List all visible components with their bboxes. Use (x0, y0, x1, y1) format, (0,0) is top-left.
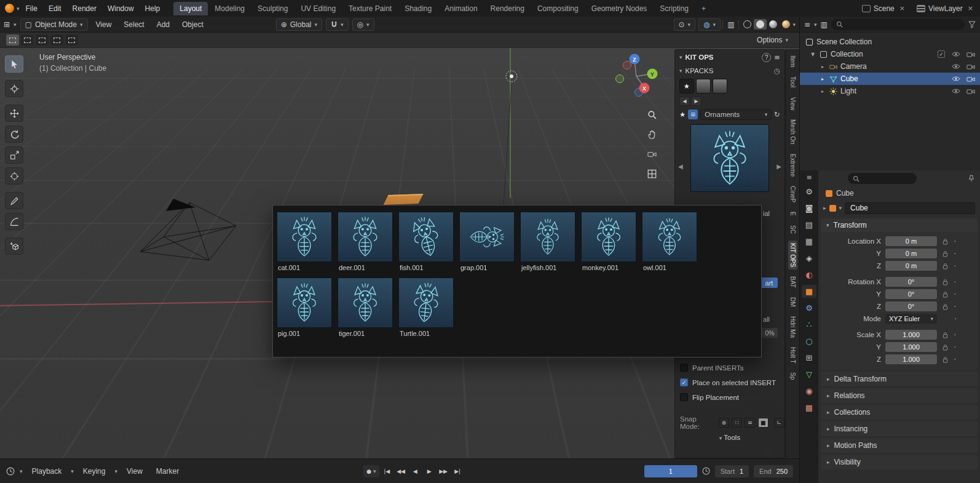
snap-edge-button[interactable]: ≡ (745, 418, 755, 428)
menu-view[interactable]: View (92, 19, 116, 30)
hide-eye-icon[interactable] (952, 51, 960, 57)
menu-add[interactable]: Add (152, 19, 174, 30)
menu-playback[interactable]: Playback (28, 465, 66, 477)
expand-icon[interactable]: ▸ (820, 64, 826, 70)
camera-view-icon[interactable] (644, 146, 659, 161)
snap-none-button[interactable]: ⊗ (719, 418, 729, 428)
auto-keying-button[interactable]: ● ▾ (363, 465, 379, 477)
thumbnail-image[interactable] (581, 212, 636, 262)
insert-thumb-deer[interactable]: deer.001 (338, 212, 393, 271)
timeline-editor-icon[interactable] (6, 467, 15, 476)
lock-icon[interactable] (942, 279, 948, 285)
shading-material-button[interactable] (767, 19, 780, 30)
viewlayer-unlink-icon[interactable]: × (966, 4, 975, 12)
section-collections[interactable]: ▸ Collections (821, 405, 978, 420)
lock-icon[interactable] (942, 303, 948, 310)
insert-thumb-jellyfish[interactable]: jellyfish.001 (520, 212, 575, 271)
shading-solid-button[interactable] (754, 19, 767, 30)
collapse-icon[interactable]: ▾ (679, 54, 682, 60)
favorites-button[interactable]: ★ (679, 79, 694, 94)
section-relations[interactable]: ▸ Relations (821, 388, 978, 403)
insert-thumb-monkey[interactable]: monkey.001 (581, 212, 636, 271)
panel-menu-icon[interactable]: ≡ (774, 53, 780, 62)
animate-dot-icon[interactable]: · (954, 238, 956, 244)
jump-to-end-button[interactable]: ▶| (451, 465, 464, 477)
thumbnail-image[interactable] (277, 212, 332, 262)
option-parent-inserts[interactable]: Parent INSERTs (680, 364, 744, 372)
snap-align-button[interactable]: ∟ (774, 418, 784, 428)
tab-world[interactable]: ◐ (802, 268, 816, 281)
lock-icon[interactable] (942, 291, 948, 298)
expand-icon[interactable]: ▸ (823, 205, 826, 211)
outliner-editor-icon[interactable]: ≡ (804, 20, 810, 29)
animate-dot-icon[interactable]: · (954, 291, 956, 297)
prev-insert-icon[interactable]: ◀ (678, 163, 683, 170)
menu-object[interactable]: Object (178, 19, 208, 30)
sidebar-tab-e[interactable]: E (788, 209, 797, 218)
orthographic-toggle-icon[interactable] (644, 166, 659, 181)
tab-view-layer[interactable]: ▦ (802, 235, 816, 248)
orientation-dropdown[interactable]: ⊕ Global ▾ (276, 18, 322, 31)
insert-preview[interactable] (690, 124, 769, 192)
tool-rotate[interactable] (5, 126, 23, 143)
workspace-tab-rendering[interactable]: Rendering (484, 2, 531, 15)
collapse-icon[interactable]: ▾ (679, 68, 682, 74)
sidebar-tab-mesh-on[interactable]: Mesh On (788, 117, 797, 147)
thumbnail-image[interactable] (642, 212, 697, 262)
thumbnail-image[interactable] (398, 277, 454, 328)
sidebar-tab-view[interactable]: View (788, 95, 797, 113)
jump-to-start-button[interactable]: |◀ (381, 465, 393, 477)
menu-view[interactable]: View (122, 465, 147, 477)
number-field[interactable]: 0 m (885, 249, 937, 258)
insert-thumb-tiger[interactable]: tiger.001 (338, 277, 393, 337)
expand-icon[interactable]: ▸ (820, 76, 826, 82)
animate-dot-icon[interactable]: · (954, 332, 956, 338)
menu-help[interactable]: Help (140, 2, 165, 15)
checkbox-icon[interactable] (680, 364, 688, 372)
sidebar-tab-sc[interactable]: SC (788, 223, 797, 236)
breadcrumb-object[interactable]: Cube (836, 189, 854, 198)
lock-icon[interactable] (942, 238, 948, 245)
menu-file[interactable]: File (21, 2, 42, 15)
workspace-tab-scripting[interactable]: Scripting (654, 2, 695, 15)
menu-keying[interactable]: Keying (79, 465, 110, 477)
disable-render-camera-icon[interactable] (966, 63, 975, 70)
options-button[interactable]: Options ▾ (752, 34, 793, 46)
pan-hand-icon[interactable] (644, 127, 659, 142)
show-gizmos-dropdown[interactable]: ⊙ ▾ (674, 18, 696, 31)
rotation-mode-dropdown[interactable]: XYZ Euler ▾ (885, 314, 937, 324)
star-icon[interactable]: ★ (679, 110, 686, 119)
workspace-tab-compositing[interactable]: Compositing (531, 2, 585, 15)
help-icon[interactable]: ? (762, 53, 771, 62)
outliner-row-light[interactable]: ▸ Light (800, 85, 980, 97)
option-place-on-selected[interactable]: ✓ Place on selected INSERT (680, 378, 776, 386)
outliner-row-scene-collection[interactable]: Scene Collection (800, 36, 980, 48)
workspace-tab-animation[interactable]: Animation (438, 2, 483, 15)
next-insert-icon[interactable]: ▶ (776, 163, 781, 170)
outliner-row-cube[interactable]: ▸ Cube (800, 73, 980, 85)
prev-keyframe-button[interactable]: ◀◀ (395, 465, 408, 477)
workspace-tab-texture-paint[interactable]: Texture Paint (342, 2, 398, 15)
insert-thumb-turtle[interactable]: Turtle.001 (398, 277, 454, 337)
tool-transform[interactable] (5, 167, 23, 185)
hide-eye-icon[interactable] (952, 88, 960, 94)
overlays-dropdown[interactable]: ◍ ▾ (698, 18, 721, 31)
tool-measure[interactable] (5, 213, 23, 230)
animate-dot-icon[interactable]: · (954, 356, 956, 362)
number-field[interactable]: 1.000 (885, 330, 937, 340)
tab-physics[interactable]: ○ (802, 335, 816, 348)
next-keyframe-button[interactable]: ▶▶ (437, 465, 450, 477)
axis-neg-x[interactable] (623, 62, 631, 70)
percent-field-fragment[interactable]: 0% (762, 328, 778, 338)
recent-clock-icon[interactable]: ◷ (774, 66, 780, 75)
next-page-button[interactable]: ▶ (691, 97, 701, 106)
mode-dropdown[interactable]: ▢ Object Mode ▾ (20, 18, 88, 31)
tool-add-cube[interactable] (5, 238, 23, 255)
object-name-field[interactable]: Cube (845, 202, 975, 214)
tab-object[interactable]: ■ (802, 285, 816, 298)
select-mode-extend-button[interactable] (21, 34, 34, 46)
number-field[interactable]: 1.000 (885, 354, 937, 364)
refresh-icon[interactable]: ↻ (774, 110, 780, 119)
play-reverse-button[interactable]: ◀ (409, 465, 422, 477)
cube-object[interactable] (384, 194, 424, 205)
